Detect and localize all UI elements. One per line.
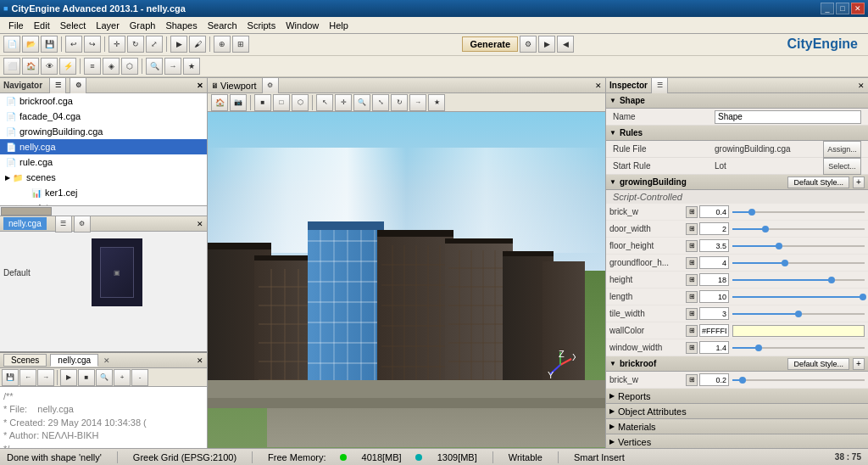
param-brickroof-brick-w-input[interactable] [699,373,729,386]
param-length-slider[interactable] [732,294,865,300]
param-tile-width-input[interactable] [699,307,729,320]
tab-close-icon[interactable]: ✕ [103,356,110,365]
menu-edit[interactable]: Edit [29,19,55,32]
tb2-2[interactable]: 🏠 [22,58,39,75]
code-zoom-in-btn[interactable]: + [114,369,131,386]
tab-nelly[interactable]: nelly.cga [50,354,98,367]
param-wallcolor-icon[interactable]: ⊞ [686,325,698,337]
code-stop-btn[interactable]: ■ [78,369,95,386]
nav-item-nelly[interactable]: 📄 nelly.cga [0,139,207,154]
menu-layer[interactable]: Layer [91,19,125,32]
param-length-icon[interactable]: ⊞ [686,291,698,303]
param-floor-height-slider[interactable] [732,243,865,249]
menu-graph[interactable]: Graph [125,19,161,32]
code-back-btn[interactable]: ← [19,369,36,386]
growing-section-header[interactable]: ▼ growingBuilding Default Style... + [606,175,868,190]
object-attrs-section[interactable]: ▶ Object Attributes [606,404,868,419]
param-door-width-icon[interactable]: ⊞ [686,223,698,235]
nav-settings-btn[interactable]: ⚙ [70,77,86,94]
nav-item-ker1[interactable]: 📊 ker1.cej [0,185,207,200]
tb2-8[interactable]: 🔍 [146,58,163,75]
vp-nav2-btn[interactable]: ✛ [335,94,352,111]
save-btn[interactable]: 💾 [41,36,58,53]
move-btn[interactable]: ✛ [108,36,125,53]
vp-nav3-btn[interactable]: 🔍 [353,94,370,111]
menu-help[interactable]: Help [324,19,353,32]
assign-btn[interactable]: Assign... [823,141,861,158]
brickroof-add-btn[interactable]: + [853,358,865,370]
param-height-input[interactable] [699,273,729,286]
vp-mode2-btn[interactable]: □ [273,94,290,111]
menu-search[interactable]: Search [203,19,242,32]
param-tile-width-icon[interactable]: ⊞ [686,308,698,320]
param-groundfloor-h-icon[interactable]: ⊞ [686,257,698,269]
shape-settings-btn[interactable]: ⚙ [74,216,91,232]
code-fwd-btn[interactable]: → [37,369,54,386]
rules-section-header[interactable]: ▼ Rules [606,126,868,141]
code-zoom-out-btn[interactable]: - [131,369,148,386]
vp-mode3-btn[interactable]: ⬡ [292,94,309,111]
tb2-10[interactable]: ★ [183,58,200,75]
tb2-4[interactable]: ⚡ [59,58,76,75]
vp-nav1-btn[interactable]: ↖ [316,94,333,111]
vp-close[interactable]: ✕ [595,81,602,90]
param-height-icon[interactable]: ⊞ [686,274,698,286]
growing-default-style-btn[interactable]: Default Style... [787,176,849,188]
vp-nav5-btn[interactable]: ↻ [391,94,408,111]
code-run-btn[interactable]: ▶ [60,369,77,386]
menu-select[interactable]: Select [55,19,92,32]
grid-btn[interactable]: ⊞ [232,36,249,53]
code-close[interactable]: ✕ [197,356,203,365]
nav-item-growing[interactable]: 📄 growingBuilding.cga [0,124,207,139]
shape-section-header[interactable]: ▼ Shape [606,93,868,109]
param-groundfloor-h-input[interactable] [699,256,729,269]
nav-item-brickroof[interactable]: 📄 brickroof.cga [0,93,207,109]
name-input[interactable] [715,110,861,124]
growing-add-btn[interactable]: + [853,176,865,188]
open-btn[interactable]: 📂 [22,36,39,53]
vp-nav6-btn[interactable]: → [409,94,426,111]
insp-close[interactable]: ✕ [858,81,865,90]
reports-section[interactable]: ▶ Reports [606,389,868,404]
vp-home-btn[interactable]: 🏠 [211,94,228,111]
maximize-btn[interactable]: □ [836,3,849,14]
scale-btn[interactable]: ⤢ [146,36,163,53]
vp-settings-btn[interactable]: ⚙ [262,77,279,94]
select-btn[interactable]: Select... [823,158,861,175]
tb2-7[interactable]: ⬡ [121,58,138,75]
param-floor-height-input[interactable] [699,239,729,252]
insp-settings-btn[interactable]: ☰ [651,77,668,94]
param-brick-w-input[interactable] [699,205,729,218]
param-door-width-input[interactable] [699,222,729,235]
select-btn[interactable]: ▶ [170,36,187,53]
menu-file[interactable]: File [3,19,29,32]
close-btn[interactable]: ✕ [851,3,865,14]
brickroof-section-header[interactable]: ▼ brickroof Default Style... + [606,356,868,372]
param-floor-height-icon[interactable]: ⊞ [686,240,698,252]
param-window-width-input[interactable] [699,341,729,354]
menu-shapes[interactable]: Shapes [160,19,202,32]
param-height-slider[interactable] [732,277,865,283]
redo-btn[interactable]: ↪ [84,36,101,53]
nav-scrollbar[interactable] [0,205,207,216]
menu-window[interactable]: Window [281,19,324,32]
param-brickroof-brick-w-slider[interactable] [732,377,865,384]
nav-item-rule[interactable]: 📄 rule.cga [0,154,207,170]
vp-nav4-btn[interactable]: ⤡ [372,94,389,111]
param-wallcolor-swatch[interactable] [732,325,865,337]
paint-btn[interactable]: 🖌 [189,36,206,53]
nav-close[interactable]: ✕ [197,81,203,90]
param-brick-w-slider[interactable] [732,209,865,216]
param-wallcolor-text-input[interactable] [699,324,729,337]
vp-perspective-btn[interactable]: 📷 [230,94,247,111]
nav-item-facade[interactable]: 📄 facade_04.cga [0,109,207,124]
brickroof-default-style-btn[interactable]: Default Style... [787,358,849,370]
tb2-1[interactable]: ⬜ [3,58,20,75]
minimize-btn[interactable]: _ [821,3,834,14]
param-groundfloor-h-slider[interactable] [732,260,865,266]
param-door-width-slider[interactable] [732,226,865,232]
tab-scenes[interactable]: Scenes [3,354,47,367]
nav-list-btn[interactable]: ☰ [49,77,66,94]
shape-list-btn[interactable]: ☰ [55,216,72,232]
param-brick-w-icon[interactable]: ⊞ [686,206,698,218]
